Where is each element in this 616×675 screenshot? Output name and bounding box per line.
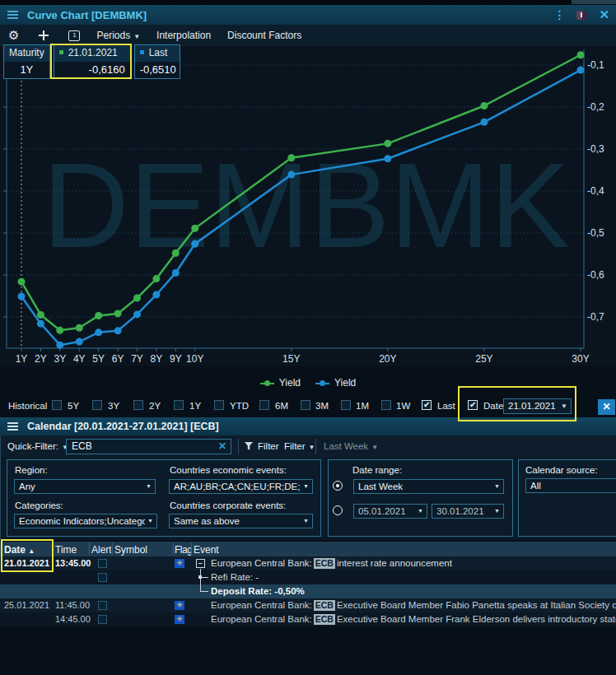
historical-checkbox-5y[interactable]: [52, 400, 62, 410]
col-time[interactable]: Time: [55, 544, 88, 556]
event-row-1[interactable]: 21.01.2021 13:45.00 − European Central B…: [0, 556, 616, 570]
date-range-custom-radio[interactable]: [333, 505, 343, 515]
svg-text:6Y: 6Y: [112, 353, 124, 365]
link-channel-icon[interactable]: [576, 11, 587, 20]
close-window-icon[interactable]: ✕: [599, 9, 609, 21]
col-date[interactable]: Date ▲: [4, 544, 50, 556]
historical-checkbox-ytd[interactable]: [214, 400, 224, 410]
historical-label-5y: 5Y: [68, 401, 79, 411]
eu-flag-icon: [175, 559, 184, 568]
event-row-2[interactable]: 25.01.2021 11:45.00 European Central Ban…: [0, 598, 616, 612]
countries-econ-select[interactable]: AR;AU;BR;CA;CN;EU;FR;DE;IN;▼: [169, 479, 313, 494]
period-menu[interactable]: Last Week▼: [324, 441, 378, 451]
historical-checkbox-1m[interactable]: [341, 400, 351, 410]
blue-line-marker-icon: [315, 380, 329, 386]
top-strip-accent: [572, 0, 616, 4]
historical-checkbox-3m[interactable]: [301, 400, 310, 410]
alert-checkbox[interactable]: [98, 601, 107, 610]
date-to-select[interactable]: 30.01.2021▼: [432, 504, 504, 519]
historical-checkbox-1y[interactable]: [174, 400, 184, 410]
maturity-value: 1Y: [4, 62, 49, 78]
close-panel-button[interactable]: ✕: [598, 399, 615, 415]
countries-corp-select[interactable]: Same as above▼: [169, 514, 313, 528]
historical-checkbox-1w[interactable]: [381, 400, 391, 410]
categories-select[interactable]: Economic Indicators;Uncategori▼: [14, 514, 157, 528]
historical-label-3m: 3M: [315, 401, 329, 411]
calendar-menu-icon[interactable]: [7, 422, 18, 431]
interpolation-menu[interactable]: Interpolation: [156, 30, 211, 41]
date-from-select[interactable]: 05.01.2021▼: [353, 504, 427, 519]
region-label: Region:: [15, 465, 48, 475]
col-event[interactable]: Event: [194, 544, 276, 556]
date-col-header: 21.01.2021: [54, 45, 130, 62]
date-checkbox[interactable]: [468, 400, 478, 410]
region-select[interactable]: Any▼: [14, 479, 156, 494]
alert-checkbox[interactable]: [98, 559, 107, 568]
historical-options-row: Historical 5Y3Y2Y1YYTD6M3M1M1WLast Date …: [0, 398, 616, 417]
historical-checkbox-3y[interactable]: [92, 400, 102, 410]
collapse-icon[interactable]: −: [196, 559, 205, 568]
curve-chart-title: Curve Chart [DEMBMK]: [27, 9, 147, 21]
quote-col-maturity: Maturity 1Y: [3, 44, 50, 79]
historical-label-1w: 1W: [396, 401, 410, 411]
historical-checkbox-6m[interactable]: [259, 400, 269, 410]
svg-text:-0,2: -0,2: [587, 101, 604, 113]
col-alert[interactable]: Alert: [91, 544, 111, 556]
svg-text:-0,7: -0,7: [587, 311, 604, 323]
date-range-preset-radio[interactable]: [333, 481, 343, 491]
svg-text:9Y: 9Y: [170, 353, 182, 365]
alert-checkbox[interactable]: [98, 615, 107, 624]
settings-gear-icon[interactable]: ⚙: [8, 28, 19, 43]
event-row-deposit-selected[interactable]: Deposit Rate: -0,50%: [0, 584, 616, 598]
quick-filter-input[interactable]: ECB✕: [66, 439, 231, 454]
last-col-header: Last: [135, 45, 180, 62]
ecb-badge: ECB: [314, 614, 335, 625]
date-range-label: Date range:: [352, 465, 402, 475]
calendar-filter-form: Region: Any▼ Categories: Economic Indica…: [0, 458, 616, 540]
historical-label-1m: 1M: [356, 401, 369, 411]
event-table-header: Date ▲ Time Alert Symbol Flag Event: [0, 542, 616, 556]
calendar-source-select[interactable]: All: [525, 478, 616, 493]
kebab-menu-icon[interactable]: ⋮: [553, 11, 565, 19]
discount-factors-menu[interactable]: Discount Factors: [227, 30, 301, 41]
calendar-titlebar: Calendar [20.01.2021-27.01.2021] [ECB]: [0, 417, 616, 435]
historical-label-6m: 6M: [275, 401, 288, 411]
filter-funnel-icon[interactable]: [244, 441, 254, 451]
eu-flag-icon: [175, 601, 184, 610]
legend-item-yield-green: Yield: [260, 377, 301, 389]
col-flag[interactable]: Flag: [175, 544, 191, 556]
quote-table: Maturity 1Y 21.01.2021 -0,6160 Last -0,6…: [3, 44, 180, 79]
periods-menu[interactable]: Periods▼: [96, 30, 140, 41]
calendar-source-label: Calendar source:: [525, 465, 598, 475]
date-select[interactable]: 21.01.2021▼: [503, 398, 572, 414]
legend-item-yield-blue: Yield: [315, 377, 356, 389]
clear-filter-icon[interactable]: ✕: [218, 440, 226, 454]
svg-text:-0,6: -0,6: [587, 269, 604, 281]
svg-text:DEMBMK: DEMBMK: [43, 138, 571, 272]
countries-econ-label: Countries economic events:: [170, 465, 287, 475]
event-row-3[interactable]: 14:45.00 European Central Bank:ECBExecut…: [0, 612, 616, 626]
menu-icon[interactable]: [7, 11, 18, 19]
svg-text:5Y: 5Y: [92, 353, 105, 365]
ecb-badge: ECB: [314, 558, 335, 569]
layout-icon[interactable]: 1: [68, 30, 80, 41]
last-col-value: -0,6510: [135, 62, 180, 78]
quick-filter-row: Quick-Filter:▼ ECB✕ Filter Filter▼ Last …: [0, 435, 616, 458]
svg-text:30Y: 30Y: [572, 353, 589, 365]
filter-button[interactable]: Filter: [258, 441, 279, 451]
svg-text:8Y: 8Y: [151, 353, 163, 365]
event-row-refi[interactable]: Refi Rate: -: [0, 570, 616, 584]
tree-connector: [200, 569, 201, 592]
ecb-badge: ECB: [314, 600, 335, 611]
historical-checkbox-2y[interactable]: [133, 400, 143, 410]
col-symbol[interactable]: Symbol: [114, 544, 172, 556]
historical-checkbox-last[interactable]: [422, 400, 432, 410]
svg-text:4Y: 4Y: [73, 353, 86, 365]
date-range-select[interactable]: Last Week▼: [353, 479, 504, 494]
filter-menu[interactable]: Filter▼: [284, 441, 315, 451]
svg-text:2Y: 2Y: [35, 353, 47, 365]
alert-checkbox[interactable]: [98, 573, 107, 582]
eu-flag-icon: [175, 615, 184, 624]
historical-label-ytd: YTD: [230, 401, 249, 411]
add-icon[interactable]: [39, 30, 49, 40]
